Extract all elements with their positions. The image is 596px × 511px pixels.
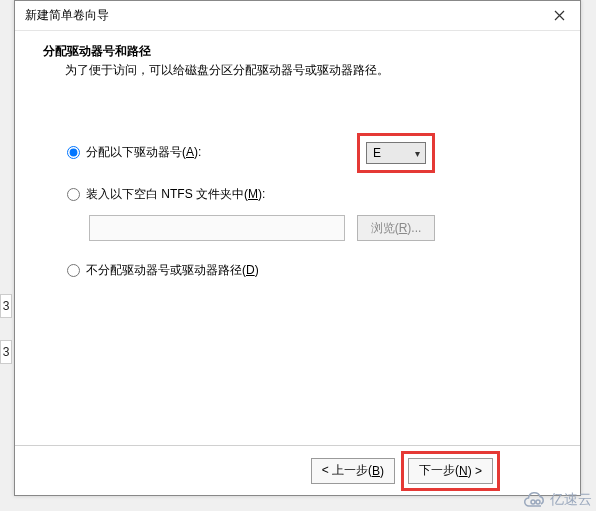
mount-path-input[interactable] bbox=[89, 215, 345, 241]
label-no-assign: 不分配驱动器号或驱动器路径(D) bbox=[86, 261, 259, 279]
drive-letter-highlight: E ▾ bbox=[357, 133, 437, 173]
close-button[interactable] bbox=[538, 1, 580, 30]
page-heading: 分配驱动器号和路径 bbox=[43, 43, 552, 60]
window-title: 新建简单卷向导 bbox=[25, 7, 109, 24]
wizard-footer: < 上一步(B) 下一步(N) > 取消 bbox=[15, 445, 580, 495]
radio-mount-path[interactable] bbox=[67, 188, 80, 201]
svg-point-1 bbox=[536, 500, 540, 504]
label-assign-letter: 分配以下驱动器号(A): bbox=[86, 143, 201, 161]
titlebar: 新建简单卷向导 bbox=[15, 1, 580, 31]
radio-assign-letter[interactable] bbox=[67, 146, 80, 159]
watermark: 亿速云 bbox=[522, 491, 592, 509]
option-no-assign: 不分配驱动器号或驱动器路径(D) bbox=[67, 261, 528, 279]
next-button-highlight: 下一步(N) > bbox=[401, 451, 500, 491]
mount-path-row: 浏览(R)... bbox=[89, 215, 528, 241]
svg-point-0 bbox=[531, 500, 535, 504]
drive-letter-select[interactable]: E ▾ bbox=[366, 142, 426, 164]
drive-letter-value: E bbox=[373, 146, 381, 160]
option-mount-path: 装入以下空白 NTFS 文件夹中(M): bbox=[67, 185, 528, 203]
page-header: 分配驱动器号和路径 为了便于访问，可以给磁盘分区分配驱动器号或驱动器路径。 bbox=[15, 31, 580, 83]
chevron-down-icon: ▾ bbox=[409, 148, 425, 159]
content-area: 分配以下驱动器号(A): E ▾ 装入以下空白 NTFS 文件夹中(M): 浏览… bbox=[15, 83, 580, 279]
option-assign-letter: 分配以下驱动器号(A): E ▾ bbox=[67, 143, 528, 161]
radio-no-assign[interactable] bbox=[67, 264, 80, 277]
watermark-text: 亿速云 bbox=[550, 491, 592, 509]
back-button[interactable]: < 上一步(B) bbox=[311, 458, 395, 484]
label-mount-path: 装入以下空白 NTFS 文件夹中(M): bbox=[86, 185, 265, 203]
page-subheading: 为了便于访问，可以给磁盘分区分配驱动器号或驱动器路径。 bbox=[43, 60, 552, 79]
browse-button[interactable]: 浏览(R)... bbox=[357, 215, 435, 241]
wizard-dialog: 新建简单卷向导 分配驱动器号和路径 为了便于访问，可以给磁盘分区分配驱动器号或驱… bbox=[14, 0, 581, 496]
next-button[interactable]: 下一步(N) > bbox=[408, 458, 493, 484]
close-icon bbox=[554, 10, 565, 21]
cloud-icon bbox=[522, 491, 546, 509]
background-marks: 3 3 bbox=[0, 294, 12, 364]
